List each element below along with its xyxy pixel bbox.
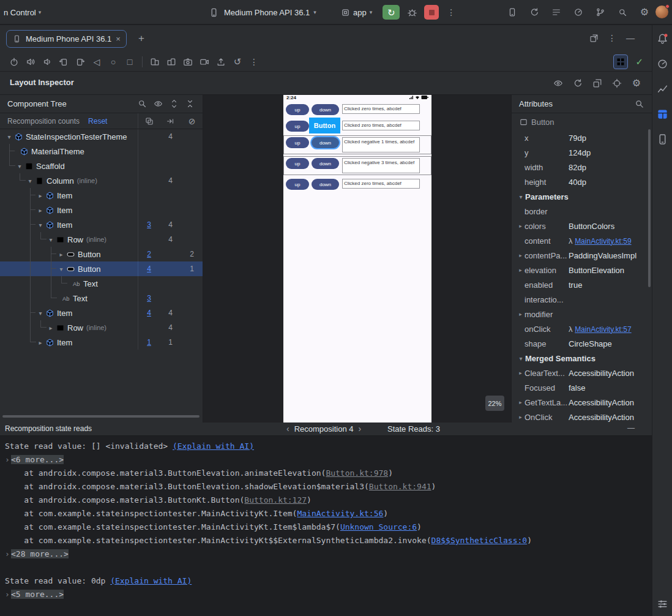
device-text-field[interactable]: Clicked zero times, abcdef	[342, 179, 420, 189]
expander-icon[interactable]: ▸	[517, 399, 525, 405]
tree-node-text[interactable]: AbText3	[0, 291, 203, 306]
more-icon[interactable]: ⋮	[247, 55, 261, 69]
pause-counts-icon[interactable]: ⊘	[181, 113, 203, 129]
tree-chevron-icon[interactable]: ▸	[36, 192, 45, 199]
new-tab-button[interactable]: +	[138, 32, 144, 45]
tree-chevron-icon[interactable]: ▾	[15, 163, 24, 170]
device-text-field[interactable]: Clicked zero times, abcdef	[342, 104, 420, 114]
next-recomposition-icon[interactable]: ›	[359, 424, 362, 434]
count-c1[interactable]: 2	[138, 247, 160, 261]
device-text-field[interactable]: Clicked negative 3 times, abcdef	[342, 158, 420, 173]
console-link[interactable]: D8$$SyntheticClass:0	[431, 536, 528, 545]
sync-icon[interactable]	[528, 6, 541, 19]
rotate-left-icon[interactable]	[57, 55, 70, 69]
device-up-button[interactable]: up	[286, 137, 309, 148]
chevron-down-icon[interactable]: ▾	[517, 193, 525, 200]
device-down-button[interactable]: down	[312, 137, 339, 148]
tree-chevron-icon[interactable]: ▾	[57, 266, 65, 272]
pick-element-icon[interactable]	[610, 77, 624, 90]
attribute-row[interactable]: ▸contentPa...PaddingValuesImpl	[512, 248, 652, 263]
power-icon[interactable]	[7, 55, 21, 69]
tree-node-row[interactable]: ▾Row(inline)4	[0, 232, 203, 247]
tree-chevron-icon[interactable]: ▸	[36, 207, 45, 214]
upload-icon[interactable]	[214, 55, 228, 69]
tree-node-stateinspectiontestertheme[interactable]: ▾StateInspectionTesterTheme4	[0, 129, 203, 144]
attribute-row[interactable]: y124dp	[512, 145, 652, 160]
attributes-section-merged-semantics[interactable]: ▾Merged Semantics	[512, 351, 652, 366]
device-selector[interactable]: Medium Phone API 36.1 ▾	[207, 6, 316, 19]
search-icon[interactable]	[136, 99, 147, 110]
tree-node-item[interactable]: ▸Item	[0, 203, 203, 217]
expand-icon[interactable]: ›	[5, 547, 11, 561]
tree-node-button[interactable]: ▸Button22	[0, 247, 203, 261]
tree-node-item[interactable]: ▸Item11	[0, 335, 203, 350]
expander-icon[interactable]: ▸	[517, 370, 525, 376]
visibility-icon[interactable]	[152, 99, 163, 110]
fold-summary[interactable]: <6 more...>	[11, 455, 64, 464]
reset-counts-link[interactable]: Reset	[88, 117, 107, 126]
recomposition-count-icon[interactable]	[138, 113, 160, 129]
search-icon[interactable]	[633, 99, 644, 110]
console-link[interactable]: Button.kt:127	[244, 495, 307, 505]
device-text-field[interactable]: Clicked zero times, abcdef	[342, 121, 420, 130]
profiler-tool-icon[interactable]	[655, 56, 670, 71]
console-options-icon[interactable]	[655, 596, 670, 611]
tree-chevron-icon[interactable]: ▸	[47, 325, 55, 331]
console-link[interactable]: (Explain with AI)	[110, 576, 192, 585]
attribute-row[interactable]: height40dp	[512, 175, 652, 189]
chevron-down-icon[interactable]: ▾	[517, 355, 525, 362]
device-up-button[interactable]: up	[286, 158, 309, 169]
tree-node-item[interactable]: ▾Item34	[0, 217, 203, 232]
horizontal-scrollbar[interactable]	[2, 415, 200, 418]
attribute-row[interactable]: x79dp	[512, 130, 652, 145]
fold-icon[interactable]	[148, 55, 162, 69]
device-down-button[interactable]: down	[312, 179, 339, 190]
count-c1[interactable]: 3	[138, 217, 160, 232]
tree-chevron-icon[interactable]: ▸	[57, 251, 65, 258]
expand-icon[interactable]: ›	[5, 453, 11, 467]
collapse-all-icon[interactable]	[184, 99, 195, 110]
layout-inspector-icon[interactable]	[655, 107, 670, 121]
device-up-button[interactable]: up	[286, 121, 309, 132]
screen-record-icon[interactable]	[198, 55, 211, 69]
attribute-row[interactable]: ▸GetTextLa...AccessibilityAction	[512, 395, 652, 410]
console-output[interactable]: State read value: [] <invalidated> (Expl…	[0, 436, 652, 616]
camera-icon[interactable]	[181, 55, 195, 69]
insights-icon[interactable]	[655, 81, 670, 96]
avatar[interactable]	[655, 6, 668, 18]
inspector-settings-icon[interactable]: ⚙	[630, 77, 643, 90]
tree-chevron-icon[interactable]: ▾	[36, 310, 45, 317]
live-updates-icon[interactable]	[551, 77, 565, 90]
home-icon[interactable]: ○	[106, 55, 120, 69]
console-link[interactable]: MainActivity.kt:56	[297, 509, 383, 518]
device-up-button[interactable]: up	[286, 179, 309, 190]
volume-down-icon[interactable]	[40, 55, 54, 69]
device-screen[interactable]: 2:24 updownClicked zero times, abcdefupd…	[283, 95, 431, 423]
volume-up-icon[interactable]	[24, 55, 37, 69]
attribute-row[interactable]: ▸ClearText...AccessibilityAction	[512, 366, 652, 380]
vcs-widget[interactable]: n Control ▾	[4, 0, 41, 24]
undo-icon[interactable]: ↺	[231, 55, 244, 69]
display-mode-toggle[interactable]	[613, 54, 628, 69]
attribute-row[interactable]: ▸OnClickAccessibilityAction	[512, 410, 652, 423]
attribute-row[interactable]: shapeCircleShape	[512, 336, 652, 351]
tree-chevron-icon[interactable]: ▾	[47, 236, 55, 243]
notifications-icon[interactable]	[655, 31, 670, 46]
tree-chevron-icon[interactable]: ▸	[36, 339, 45, 346]
count-c1[interactable]: 1	[138, 335, 160, 350]
expander-icon[interactable]: ▸	[517, 414, 525, 420]
minimize-icon[interactable]: —	[627, 424, 635, 432]
tree-node-column[interactable]: ▾Column(inline)4	[0, 173, 203, 188]
expander-icon[interactable]: ▸	[517, 223, 525, 229]
expander-icon[interactable]: ▸	[517, 311, 525, 317]
tree-node-scaffold[interactable]: ▾Scaffold	[0, 159, 203, 173]
more-icon[interactable]: ⋮	[605, 31, 619, 45]
expand-all-icon[interactable]	[168, 99, 179, 110]
attribute-row[interactable]: ▸colorsButtonColors	[512, 219, 652, 233]
tree-chevron-icon[interactable]: ▾	[36, 222, 45, 228]
count-c1[interactable]: 4	[138, 306, 160, 320]
skip-count-icon[interactable]	[160, 113, 181, 129]
attribute-row[interactable]: ▸modifier	[512, 307, 652, 321]
console-link[interactable]: Unknown Source:6	[340, 522, 417, 531]
fold-summary[interactable]: <28 more...>	[11, 549, 69, 558]
